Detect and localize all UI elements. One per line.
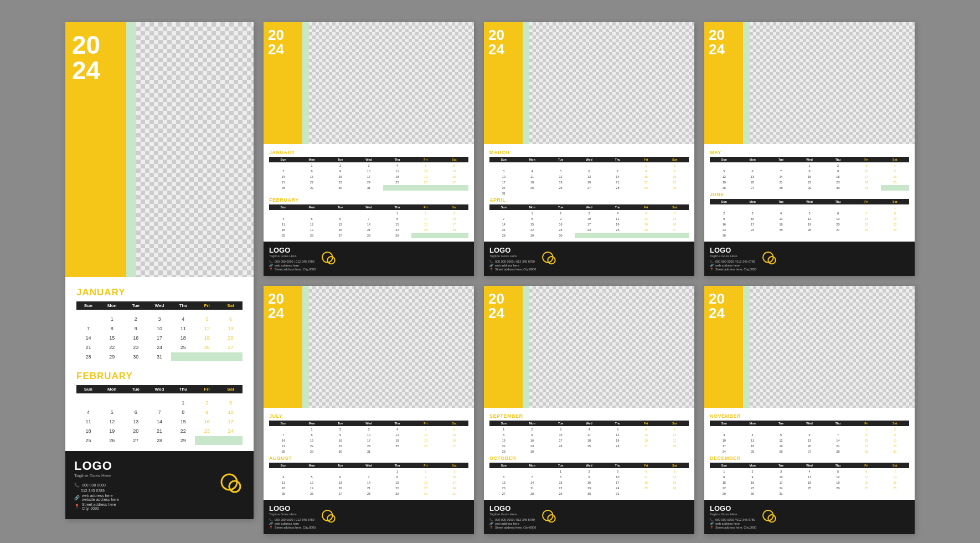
- small-top-5: 2024: [484, 286, 694, 408]
- year-display: 2024: [72, 32, 120, 83]
- logo-icon: [218, 471, 245, 500]
- january-title: JANUARY: [76, 287, 243, 298]
- small-footer-4: LOGO Tagline Goes Here 📞000 000 0000 / 0…: [264, 500, 474, 534]
- col-tue: Tue: [124, 301, 148, 310]
- april-title: APRIL: [489, 197, 689, 203]
- phone-1: 000 000 0000: [82, 483, 106, 487]
- logo-text: LOGO: [74, 459, 212, 473]
- main-container: 2024 JANUARY Sun Mon Tue Wed Thu Fri Sat: [43, 0, 937, 543]
- june-title: JUNE: [710, 192, 909, 197]
- small-bottom-1: JANUARY SunMonTueWedThuFriSat 123456 789…: [264, 144, 474, 196]
- phone-row-1: 📞 000 000 0000: [74, 483, 212, 488]
- small-year-text-1: 2024: [268, 28, 298, 57]
- small-year-3: 2024: [704, 22, 743, 144]
- jan-col: JANUARY SunMonTueWedThuFriSat 123456 789…: [269, 148, 468, 196]
- large-bottom-section: JANUARY Sun Mon Tue Wed Thu Fri Sat 1234…: [65, 277, 254, 445]
- col-sat: Sat: [219, 301, 243, 310]
- large-footer: LOGO Tagline Goes Here 📞 000 000 0000 01…: [65, 451, 254, 519]
- small-accent-5: [523, 286, 529, 408]
- small-page-mar-apr: 2024 MARCH SunMonTueWedThuFriSat 12 3456…: [484, 22, 694, 276]
- contact-info: 📞 000 000 0000 012 345 6789 🔗 web addres…: [74, 483, 212, 511]
- jan-title-s: JANUARY: [269, 150, 468, 155]
- nov-title: NOVEMBER: [710, 413, 909, 419]
- small-year-text-6: 2024: [709, 291, 739, 320]
- small-logo-icon-4: [320, 508, 338, 526]
- address-row: 📍 Street address hereCity, 0000: [74, 503, 212, 510]
- web-icon: 🔗: [74, 495, 80, 500]
- web-row: 🔗 web address herewebsite address here: [74, 494, 212, 501]
- col-wed: Wed: [148, 301, 172, 310]
- small-accent-6: [743, 286, 750, 408]
- small-year-4: 2024: [264, 286, 302, 408]
- small-logo-2: LOGO Tagline Goes Here 📞000 000 0000 / 0…: [489, 246, 536, 272]
- small-footer-3: LOGO Tagline Goes Here 📞000 000 0000 / 0…: [704, 242, 915, 276]
- phone-row-2: 012 345 6789: [74, 489, 212, 493]
- february-title: FEBRUARY: [76, 371, 243, 382]
- col-fri: Fri: [195, 301, 219, 310]
- small-footer-6: LOGO Tagline Goes Here 📞000 000 0000 / 0…: [704, 500, 915, 534]
- oct-title: OCTOBER: [489, 455, 689, 461]
- small-photo-1: [309, 22, 474, 144]
- small-logo-icon-1: [320, 250, 338, 268]
- small-logo-5: LOGO Tagline Goes Here 📞000 000 0000 / 0…: [489, 504, 536, 530]
- phone-2: 012 345 6789: [81, 489, 105, 493]
- small-top-3: 2024: [704, 22, 915, 144]
- dec-title: DECEMBER: [710, 455, 909, 461]
- small-logo-icon-5: [540, 508, 558, 526]
- small-logo-1: LOGO Tagline Goes Here 📞000 000 0000 / 0…: [269, 246, 316, 272]
- small-photo-4: [309, 286, 474, 408]
- small-footer-5: LOGO Tagline Goes Here 📞000 000 0000 / 0…: [484, 500, 694, 534]
- august-title: AUGUST: [269, 455, 468, 461]
- small-year-1: 2024: [264, 22, 302, 144]
- tagline-text: Tagline Goes Here: [74, 473, 212, 478]
- address-icon: 📍: [74, 504, 80, 509]
- small-year-text-3: 2024: [709, 28, 739, 57]
- photo-placeholder: [136, 22, 254, 277]
- web-address: web address herewebsite address here: [82, 494, 119, 501]
- year-block: 2024: [65, 22, 126, 277]
- small-photo-2: [529, 22, 694, 144]
- july-title: JULY: [269, 413, 468, 419]
- small-footer-1: LOGO Tagline Goes Here 📞000 000 0000 / 0…: [264, 242, 474, 276]
- jan-header-s: SunMonTueWedThuFriSat: [269, 157, 468, 162]
- small-year-text-4: 2024: [268, 291, 298, 320]
- street-address: Street address hereCity, 0000: [82, 503, 116, 510]
- small-year-6: 2024: [704, 286, 743, 408]
- small-footer-2: LOGO Tagline Goes Here 📞000 000 0000 / 0…: [484, 242, 694, 276]
- small-page-sep-oct: 2024 SEPTEMBER SunMonTueWedThuFriSat 123…: [484, 286, 694, 534]
- feb-title-s: FEBRUARY: [269, 197, 468, 203]
- small-top-1: 2024: [264, 22, 474, 144]
- small-logo-icon-2: [540, 250, 558, 268]
- small-logo-6: LOGO Tagline Goes Here 📞000 000 0000 / 0…: [710, 504, 756, 530]
- march-title: MARCH: [489, 150, 689, 155]
- small-year-text-2: 2024: [488, 28, 518, 57]
- small-year-2: 2024: [484, 22, 523, 144]
- small-accent-4: [302, 286, 309, 408]
- small-pages-grid: 2024 JANUARY SunMonTueWedThuFriSat 12345…: [264, 22, 915, 534]
- accent-bar: [126, 22, 136, 277]
- february-grid: Sun Mon Tue Wed Thu Fri Sat 123 45678910: [76, 385, 243, 445]
- small-year-text-5: 2024: [488, 291, 518, 320]
- col-thu: Thu: [171, 301, 195, 310]
- small-year-5: 2024: [484, 286, 523, 408]
- phone-icon-1: 📞: [74, 483, 80, 488]
- large-calendar-page: 2024 JANUARY Sun Mon Tue Wed Thu Fri Sat: [65, 22, 254, 519]
- feb-header-s: SunMonTueWedThuFriSat: [269, 204, 468, 210]
- small-top-6: 2024: [704, 286, 915, 408]
- sep-title: SEPTEMBER: [489, 413, 689, 419]
- small-logo-4: LOGO Tagline Goes Here 📞000 000 0000 / 0…: [269, 504, 316, 530]
- col-mon: Mon: [100, 301, 124, 310]
- logo-area: LOGO Tagline Goes Here 📞 000 000 0000 01…: [74, 459, 212, 511]
- small-accent-2: [523, 22, 529, 144]
- small-photo-6: [750, 286, 915, 408]
- small-top-4: 2024: [264, 286, 474, 408]
- small-logo-3: LOGO Tagline Goes Here 📞000 000 0000 / 0…: [710, 246, 756, 272]
- small-photo-3: [750, 22, 915, 144]
- small-logo-icon-3: [761, 250, 778, 268]
- col-sun: Sun: [76, 301, 100, 310]
- small-page-jan-feb: 2024 JANUARY SunMonTueWedThuFriSat 12345…: [264, 22, 474, 276]
- january-grid: Sun Mon Tue Wed Thu Fri Sat 123456 78910…: [76, 301, 243, 362]
- small-logo-icon-6: [761, 508, 778, 526]
- small-accent-3: [743, 22, 750, 144]
- small-top-2: 2024: [484, 22, 694, 144]
